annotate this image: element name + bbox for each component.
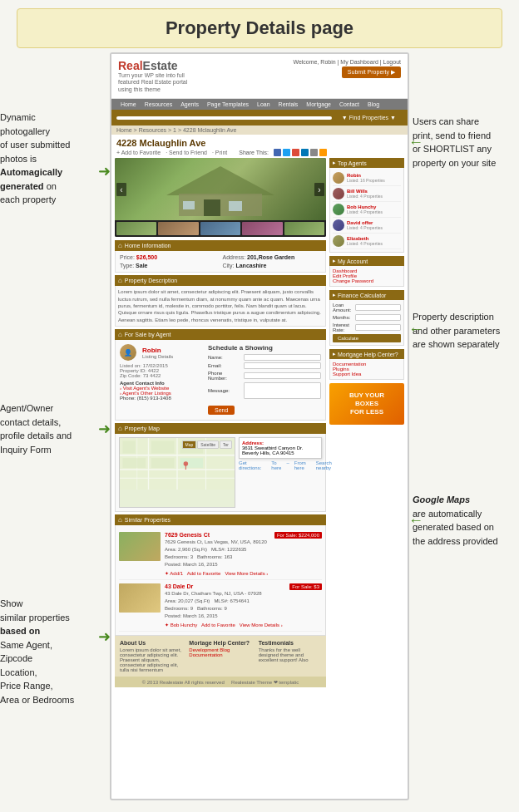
directions-label: Get directions: xyxy=(239,460,261,470)
map-tabs: Map Satellite Ter xyxy=(182,440,232,449)
agent-listed-1: Listed: 16 Properties xyxy=(347,178,385,183)
agent-listed-5: Listed: 4 Properties xyxy=(347,241,383,246)
directions-to-link[interactable]: To here xyxy=(271,460,281,470)
thumb-1[interactable] xyxy=(116,222,156,235)
facebook-icon[interactable] xyxy=(274,149,281,156)
footer-about-text: Lorem ipsum dolor sit amet, consectetur … xyxy=(120,647,182,672)
agent-item-4: David offer Listed: 4 Properties xyxy=(333,218,401,234)
map-tab-terrain[interactable]: Ter xyxy=(220,440,232,449)
svg-rect-13 xyxy=(122,441,135,454)
top-agents-body: Robin Listed: 16 Properties Bill Wills L… xyxy=(329,168,404,253)
prev-photo-btn[interactable]: ‹ xyxy=(116,183,126,196)
city-item: City: Lancashire xyxy=(221,262,324,269)
form-row-email: Email: xyxy=(208,362,321,369)
email-input[interactable] xyxy=(244,362,321,369)
months-input[interactable] xyxy=(355,314,401,321)
name-input[interactable] xyxy=(244,354,321,361)
interest-rate-input[interactable] xyxy=(355,324,401,331)
mortgage-help-body: Documentation Plugins Support Idea xyxy=(329,359,404,380)
property-title-section: 4228 Mclaughlin Ave + Add to Favorite · … xyxy=(111,135,408,158)
prop-actions-1: ✦ Add/1 Add to Favorite View More Detail… xyxy=(165,570,322,576)
prop-fav-link-2[interactable]: Add to Favorite xyxy=(201,623,235,627)
linkedin-icon[interactable] xyxy=(301,149,309,156)
loan-amount-input[interactable] xyxy=(355,304,401,311)
footer-mortgage-title: Mortage Help Center? xyxy=(189,640,251,646)
nav-resources[interactable]: Resources xyxy=(141,99,176,110)
footer-about-title: About Us xyxy=(120,640,182,646)
form-row-name: Name: xyxy=(208,354,321,361)
directions-from-link[interactable]: From here xyxy=(294,460,306,470)
map-container: Map Satellite Ter xyxy=(119,437,235,508)
calc-loan-label: Loan Amount: xyxy=(333,303,353,312)
nav-rentals[interactable]: Rentals xyxy=(274,99,303,110)
schedule-title: Schedule a Showing xyxy=(208,344,321,352)
main-col: ‹ › Home Information Price: $26,500 Addr… xyxy=(115,158,326,687)
ad-banner[interactable]: BUY YOURBOXESFOR LESS xyxy=(329,383,404,425)
prop-fav-link-1[interactable]: Add to Favorite xyxy=(187,571,221,576)
message-input[interactable] xyxy=(244,382,321,399)
svg-rect-14 xyxy=(151,441,175,454)
print-link[interactable]: · Print xyxy=(212,150,227,155)
thumb-2[interactable] xyxy=(158,222,198,235)
form-label-email: Email: xyxy=(208,363,241,368)
nav-mortgage[interactable]: Mortgage xyxy=(302,99,335,110)
agent-info-2: Bill Wills Listed: 4 Properties xyxy=(347,189,383,199)
prop-agent-link-1[interactable]: ✦ Add/1 xyxy=(165,571,183,576)
demo-link[interactable]: click here to view this page on live dem… xyxy=(0,805,519,812)
phone-input[interactable] xyxy=(244,372,321,379)
map-tab-map[interactable]: Map xyxy=(182,440,197,449)
map-tab-satellite[interactable]: Satellite xyxy=(197,440,219,449)
svg-rect-16 xyxy=(122,458,146,468)
prop-info-1: 7629 Genesis Ct, Las Vegas, NV, USA, 891… xyxy=(165,539,322,568)
account-password-link[interactable]: Change Password xyxy=(333,278,401,283)
agent-zip: Zip Code: 73 4422 xyxy=(120,373,203,378)
thumb-4[interactable] xyxy=(242,222,282,235)
form-row-message: Message: xyxy=(208,382,321,399)
agent-name: Robin xyxy=(142,347,173,354)
send-to-friend-link[interactable]: · Send to Friend xyxy=(166,150,207,155)
next-photo-btn[interactable]: › xyxy=(314,183,324,196)
send-btn[interactable]: Send xyxy=(208,406,235,415)
footer-docs-link[interactable]: Documentation xyxy=(189,652,251,657)
my-account-body: Dashboard Edit Profile Change Password xyxy=(329,266,404,287)
nav-contact[interactable]: Contact xyxy=(335,99,363,110)
calc-row-months: Months: xyxy=(333,314,401,321)
city-value: Lancashire xyxy=(235,263,266,268)
page-title-area: Property Details page xyxy=(17,8,502,48)
find-properties-btn[interactable]: ▼ Find Properties ▼ xyxy=(335,112,403,123)
widget-my-account: My Account Dashboard Edit Profile Change… xyxy=(329,256,404,287)
map-links: Get directions: To here – From here Sear… xyxy=(239,460,322,470)
submit-property-btn[interactable]: Submit Property ▶ xyxy=(342,66,401,78)
house-svg xyxy=(158,162,283,216)
agent-listed-3: Listed: 4 Properties xyxy=(347,209,383,214)
prop-more-link-2[interactable]: View More Details › xyxy=(240,623,283,627)
prop-thumb-1 xyxy=(119,532,161,561)
nav-home[interactable]: Home xyxy=(116,99,141,110)
type-item: Type: Sale xyxy=(118,262,220,269)
form-label-name: Name: xyxy=(208,355,241,360)
prop-address-2: 43 Dale Dr, Chatham Twp, NJ, USA - 07928 xyxy=(165,591,262,596)
thumb-3[interactable] xyxy=(200,222,240,235)
agent-avatar: 👤 xyxy=(120,344,136,361)
prop-agent-link-2[interactable]: ✦ Bob Hunchy xyxy=(165,623,197,627)
googleplus-icon[interactable] xyxy=(292,149,299,156)
agent-av-3 xyxy=(333,204,344,215)
home-info-grid: Price: $26,500 Address: 201,Rose Garden … xyxy=(115,251,326,273)
mortgage-support-link[interactable]: Support Idea xyxy=(333,372,401,376)
bookmark-icon[interactable] xyxy=(319,149,327,156)
prop-more-link-1[interactable]: View More Details › xyxy=(225,571,268,576)
nav-blog[interactable]: Blog xyxy=(363,99,383,110)
email-icon[interactable] xyxy=(310,149,318,156)
prop-desc-title: Property Description xyxy=(115,275,326,286)
agent-contact: Agent Contact Info › Visit Agent's Websi… xyxy=(120,381,203,401)
nav-loan[interactable]: Loan xyxy=(253,99,274,110)
nav-agents[interactable]: Agents xyxy=(176,99,203,110)
share-icons xyxy=(274,149,327,156)
twitter-icon[interactable] xyxy=(283,149,290,156)
thumb-5[interactable] xyxy=(284,222,324,235)
photo-main xyxy=(115,158,326,220)
calculate-btn[interactable]: Calculate xyxy=(333,334,401,342)
add-to-fav-link[interactable]: + Add to Favorite xyxy=(116,150,161,155)
nav-page-templates[interactable]: Page Templates xyxy=(203,99,253,110)
footer-mortgage: Mortage Help Center? Development Blog Do… xyxy=(189,640,251,672)
